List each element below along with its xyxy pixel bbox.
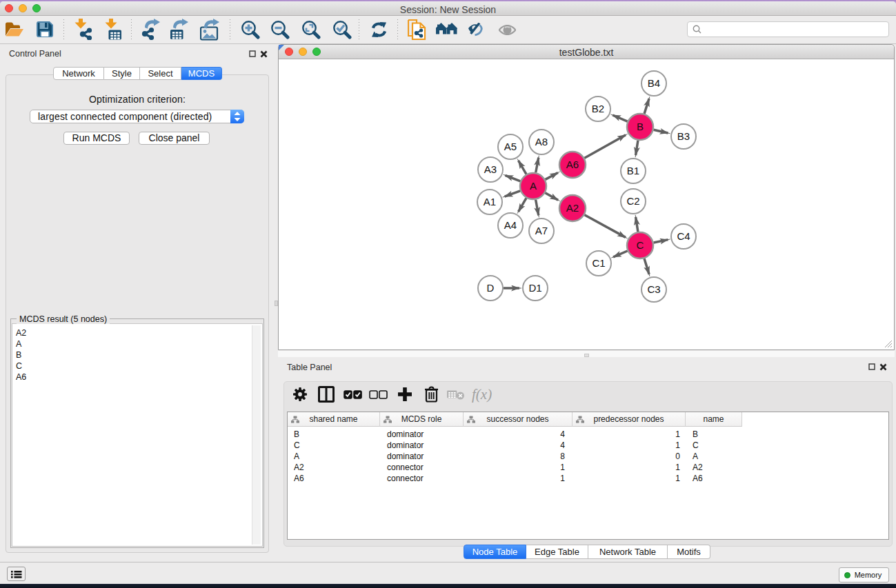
svg-text:A: A [530, 180, 537, 192]
svg-text:A1: A1 [484, 196, 496, 207]
svg-text:A6: A6 [566, 159, 579, 170]
svg-text:D1: D1 [528, 282, 541, 294]
svg-text:B3: B3 [677, 130, 690, 142]
svg-text:B1: B1 [627, 165, 639, 176]
svg-text:C: C [637, 239, 644, 251]
svg-text:B2: B2 [592, 103, 604, 114]
svg-text:A5: A5 [504, 141, 517, 152]
svg-text:A4: A4 [504, 219, 517, 231]
svg-text:C4: C4 [677, 230, 690, 242]
svg-text:D: D [487, 282, 495, 294]
svg-text:A8: A8 [535, 136, 548, 148]
svg-text:C2: C2 [626, 195, 639, 207]
svg-text:A3: A3 [484, 163, 497, 175]
svg-text:B: B [637, 121, 644, 132]
svg-text:C1: C1 [592, 257, 605, 269]
svg-text:C3: C3 [647, 283, 660, 295]
svg-text:A2: A2 [566, 202, 579, 214]
svg-text:B4: B4 [648, 77, 660, 89]
svg-text:A7: A7 [535, 225, 548, 236]
